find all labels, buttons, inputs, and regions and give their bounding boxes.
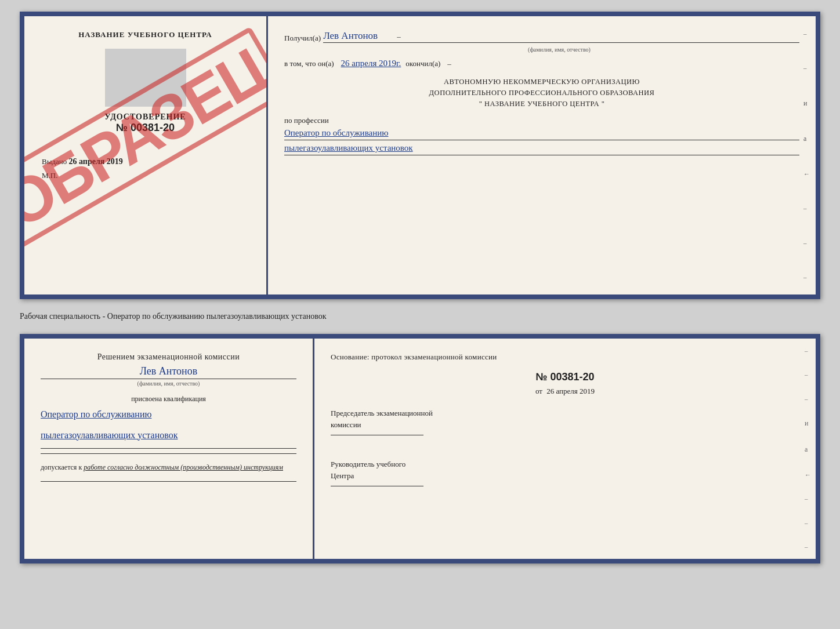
qualification-line2: пылегазоулавливающих установок	[41, 428, 296, 443]
top-doc-right: Получил(а) Лев Антонов – (фамилия, имя, …	[268, 16, 816, 294]
rukovoditel-line2: Центра	[331, 470, 799, 482]
rukovoditel-block: Руководитель учебного Центра	[331, 459, 799, 486]
poluchil-name: Лев Антонов	[323, 30, 378, 41]
rukovoditel-sig-line	[331, 486, 423, 486]
fio-sub-bottom: (фамилия, имя, отчество)	[41, 380, 296, 387]
ot-date: от 26 апреля 2019	[331, 387, 799, 396]
komissia-name: Лев Антонов	[41, 365, 296, 379]
resheniyem-heading: Решением экзаменационной комиссии	[41, 352, 296, 362]
vydano-line: Выдано 26 апреля 2019	[36, 157, 255, 166]
udostoverenie-title: УДОСТОВЕРЕНИЕ	[36, 112, 255, 122]
predsedatel-sig-line	[331, 435, 423, 435]
top-doc-left: НАЗВАНИЕ УЧЕБНОГО ЦЕНТРА УДОСТОВЕРЕНИЕ №…	[24, 16, 268, 294]
udostoverenie-number: № 00381-20	[36, 122, 255, 134]
predsedatel-line2: комиссии	[331, 419, 799, 431]
top-doc-center-title: НАЗВАНИЕ УЧЕБНОГО ЦЕНТРА	[36, 30, 255, 39]
bottom-doc-left: Решением экзаменационной комиссии Лев Ан…	[24, 339, 314, 559]
profession-line1: Оператор по обслуживанию	[284, 128, 799, 140]
predsedatel-block: Председатель экзаменационной комиссии	[331, 408, 799, 435]
bottom-doc-right: Основание: протокол экзаменационной коми…	[314, 339, 816, 559]
separator-label: Рабочая специальность - Оператор по обсл…	[20, 310, 820, 323]
vtom-row: в том, что он(а) 26 апреля 2019г. окончи…	[284, 59, 799, 68]
poluchil-row: Получил(а) Лев Антонов –	[284, 30, 799, 43]
predsedatel-line1: Председатель экзаменационной	[331, 408, 799, 419]
udostoverenie-block: УДОСТОВЕРЕНИЕ № 00381-20	[36, 112, 255, 134]
profession-line1-text: Оператор по обслуживанию	[284, 128, 388, 137]
dash-top: –	[397, 32, 401, 41]
prisvoena-text: присвоена квалификация	[41, 395, 296, 403]
rukovoditel-line1: Руководитель учебного	[331, 459, 799, 470]
fio-sub-top: (фамилия, имя, отчество)	[319, 46, 799, 53]
block-text: АВТОНОМНУЮ НЕКОММЕРЧЕСКУЮ ОРГАНИЗАЦИЮ ДО…	[284, 77, 799, 109]
vydano-date: 26 апреля 2019	[69, 157, 123, 166]
vydano-label: Выдано	[42, 157, 67, 166]
photo-placeholder	[105, 49, 186, 107]
profession-line2-text: пылегазоулавливающих установок	[284, 143, 413, 152]
qualification-line1: Оператор по обслуживанию	[41, 407, 296, 422]
mp-line: М.П.	[36, 171, 255, 180]
profession-line2: пылегазоулавливающих установок	[284, 143, 799, 155]
bottom-right-dashes: – – – и а ← – – –	[805, 339, 811, 559]
dopuskaetsya-text: допускается к работе согласно должностны…	[41, 463, 296, 472]
block-line1: АВТОНОМНУЮ НЕКОММЕРЧЕСКУЮ ОРГАНИЗАЦИЮ	[284, 77, 799, 88]
osnovaniye-heading: Основание: протокол экзаменационной коми…	[331, 352, 799, 362]
dopuskaetsya-prefix: допускается к	[41, 463, 82, 471]
poluchil-label: Получил(а)	[284, 34, 321, 43]
vtom-date: 26 апреля 2019г.	[341, 59, 401, 68]
dopuskaetsya-suffix: работе согласно должностным (производств…	[84, 463, 283, 471]
protocol-num: № 00381-20	[331, 371, 799, 383]
ot-label: от	[535, 387, 542, 395]
ot-date-value: 26 апреля 2019	[546, 387, 595, 395]
dash-vtom: –	[447, 59, 451, 68]
underline-3	[41, 481, 296, 482]
block-line3: " НАЗВАНИЕ УЧЕБНОГО ЦЕНТРА "	[284, 99, 799, 110]
po-professii-label: по профессии	[284, 116, 799, 125]
okonchil-label: окончил(а)	[405, 59, 440, 68]
top-document: НАЗВАНИЕ УЧЕБНОГО ЦЕНТРА УДОСТОВЕРЕНИЕ №…	[20, 12, 820, 299]
block-line2: ДОПОЛНИТЕЛЬНОГО ПРОФЕССИОНАЛЬНОГО ОБРАЗО…	[284, 88, 799, 99]
underline-2	[41, 453, 296, 454]
underline-1	[41, 448, 296, 449]
vtom-label: в том, что он(а)	[284, 59, 334, 68]
bottom-document: Решением экзаменационной комиссии Лев Ан…	[20, 334, 820, 563]
right-dashes: – – и а ← – – –	[803, 16, 810, 294]
